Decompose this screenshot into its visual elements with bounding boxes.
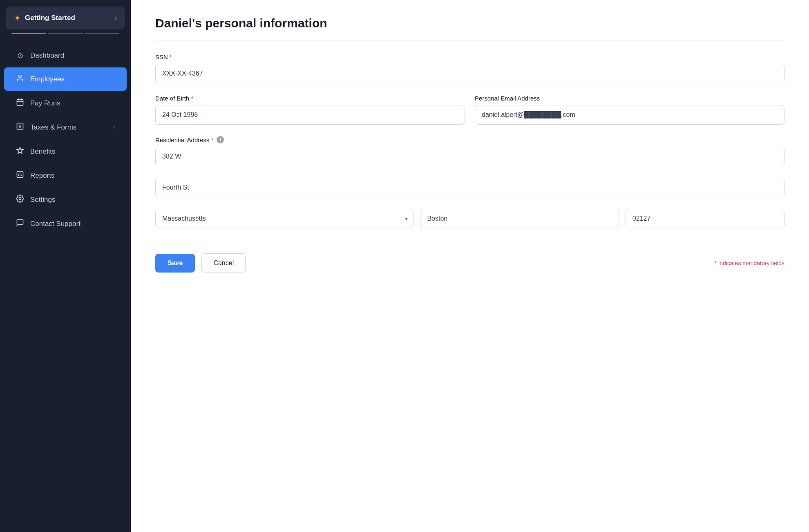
sidebar: ✦ Getting Started › ⊙ Dashboard Employee… [0, 0, 131, 532]
zip-field [626, 209, 784, 228]
city-input[interactable] [420, 209, 619, 228]
dob-field: Date of Birth* [155, 95, 465, 125]
employees-icon [16, 74, 25, 84]
address-info-icon[interactable]: i [217, 136, 224, 143]
employees-label: Employees [30, 75, 65, 83]
ssn-label: SSN* [155, 54, 784, 60]
email-input[interactable] [475, 105, 784, 125]
sidebar-item-employees[interactable]: Employees [4, 67, 127, 91]
svg-point-0 [19, 75, 22, 78]
reports-icon [16, 170, 25, 181]
sidebar-item-dashboard[interactable]: ⊙ Dashboard [4, 45, 127, 67]
reports-label: Reports [30, 172, 55, 180]
sidebar-item-reports[interactable]: Reports [4, 164, 127, 187]
address-field: Residential Address* i [155, 136, 784, 166]
dob-input[interactable] [155, 105, 465, 125]
form-actions: Save Cancel * indicates mandatory fields [155, 253, 784, 273]
address-line2-field [155, 178, 784, 197]
svg-point-4 [19, 198, 21, 200]
dob-email-row: Date of Birth* Personal Email Address [155, 95, 784, 125]
page-title: Daniel's personal information [155, 16, 784, 30]
progress-segment-2 [48, 33, 83, 34]
state-city-zip-row: Massachusetts New York California Texas … [155, 209, 784, 228]
svg-rect-1 [17, 99, 23, 105]
sidebar-item-label: Dashboard [30, 51, 64, 60]
dob-label: Date of Birth* [155, 95, 465, 102]
state-field: Massachusetts New York California Texas … [155, 209, 413, 228]
address-line2-input[interactable] [155, 178, 784, 197]
star-icon: ✦ [14, 13, 21, 23]
taxes-forms-icon [16, 122, 25, 132]
sidebar-item-taxes-forms[interactable]: Taxes & Forms › [4, 116, 127, 139]
contact-support-icon [16, 219, 25, 229]
settings-icon [16, 194, 25, 205]
dashboard-icon: ⊙ [16, 51, 25, 60]
address-label: Residential Address* i [155, 136, 784, 143]
getting-started-label: Getting Started [25, 14, 75, 22]
settings-label: Settings [30, 196, 55, 204]
pay-runs-icon [16, 98, 25, 108]
footer-divider [155, 245, 784, 245]
address-required-star: * [211, 136, 214, 143]
mandatory-fields-note: * indicates mandatory fields [715, 260, 784, 266]
city-field [420, 209, 619, 228]
taxes-forms-label: Taxes & Forms [30, 123, 76, 132]
taxes-forms-chevron-icon: › [114, 125, 115, 130]
sidebar-item-pay-runs[interactable]: Pay Runs [4, 92, 127, 115]
getting-started-nav-item[interactable]: ✦ Getting Started › [6, 7, 125, 29]
benefits-label: Benefits [30, 148, 55, 156]
sidebar-nav: ⊙ Dashboard Employees Pay Runs [0, 40, 131, 532]
pay-runs-label: Pay Runs [30, 99, 60, 107]
sidebar-item-benefits[interactable]: Benefits [4, 140, 127, 163]
progress-segment-3 [85, 33, 119, 34]
dob-required-star: * [191, 95, 193, 102]
email-label: Personal Email Address [475, 95, 784, 102]
zip-input[interactable] [626, 209, 784, 228]
cancel-button[interactable]: Cancel [201, 253, 246, 273]
state-select[interactable]: Massachusetts New York California Texas [155, 209, 413, 228]
benefits-icon [16, 146, 25, 156]
ssn-required-star: * [170, 54, 172, 60]
ssn-field: SSN* [155, 54, 784, 83]
progress-segment-1 [11, 33, 46, 34]
personal-info-form: SSN* Date of Birth* Personal Email Addre… [155, 54, 784, 228]
chevron-right-icon: › [115, 15, 117, 21]
contact-support-label: Contact Support [30, 220, 80, 228]
ssn-input[interactable] [155, 64, 784, 83]
address-line1-input[interactable] [155, 147, 784, 166]
save-button[interactable]: Save [155, 254, 195, 273]
email-field: Personal Email Address [475, 95, 784, 125]
sidebar-item-contact-support[interactable]: Contact Support [4, 212, 127, 235]
main-content: Daniel's personal information SSN* Date … [131, 0, 809, 532]
sidebar-item-settings[interactable]: Settings [4, 188, 127, 211]
header-divider [155, 40, 784, 40]
